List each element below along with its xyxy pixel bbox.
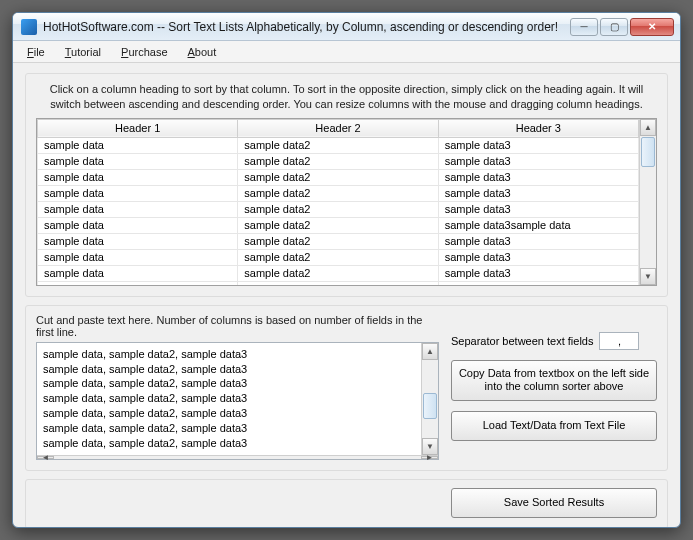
table-cell[interactable]: sample data [38, 137, 238, 153]
right-controls: Separator between text fields Copy Data … [451, 314, 657, 460]
separator-label: Separator between text fields [451, 335, 593, 347]
table-row[interactable]: sample datasample data2sample data3sampl… [38, 217, 639, 233]
menu-file[interactable]: File [17, 41, 55, 62]
maximize-button[interactable]: ▢ [600, 18, 628, 36]
paste-instructions: Cut and paste text here. Number of colum… [36, 314, 439, 338]
textbox-horizontal-scrollbar[interactable]: ◄ ► [37, 455, 438, 459]
table-row[interactable]: sample datasample data2sample data3 [38, 233, 639, 249]
window-title: HotHotSoftware.com -- Sort Text Lists Al… [43, 20, 570, 34]
scroll-thumb[interactable] [423, 393, 437, 419]
column-header-1[interactable]: Header 1 [38, 119, 238, 137]
table-row[interactable]: sample datasample data2sample data3 [38, 185, 639, 201]
column-header-3[interactable]: Header 3 [438, 119, 638, 137]
grid-vertical-scrollbar[interactable]: ▲ ▼ [639, 119, 656, 285]
table-cell[interactable]: sample data2 [238, 265, 438, 281]
table-row[interactable]: sample datasample data2sample data3 [38, 281, 639, 285]
table-cell[interactable]: sample data2 [238, 185, 438, 201]
table-cell[interactable]: sample data3 [438, 153, 638, 169]
table-cell[interactable]: sample data [38, 233, 238, 249]
table-cell[interactable]: sample data [38, 265, 238, 281]
load-from-file-button[interactable]: Load Text/Data from Text File [451, 411, 657, 441]
table-cell[interactable]: sample data3 [438, 233, 638, 249]
table-cell[interactable]: sample data2 [238, 217, 438, 233]
table-cell[interactable]: sample data3 [438, 249, 638, 265]
table-cell[interactable]: sample data2 [238, 249, 438, 265]
table-cell[interactable]: sample data [38, 249, 238, 265]
table-cell[interactable]: sample data3 [438, 265, 638, 281]
table-row[interactable]: sample datasample data2sample data3 [38, 265, 639, 281]
scroll-up-icon[interactable]: ▲ [422, 343, 438, 360]
scroll-thumb[interactable] [641, 137, 655, 167]
menu-file-rest: ile [34, 46, 45, 58]
table-cell[interactable]: sample data2 [238, 153, 438, 169]
minimize-button[interactable]: ─ [570, 18, 598, 36]
table-cell[interactable]: sample data3 [438, 281, 638, 285]
table-cell[interactable]: sample data3sample data [438, 217, 638, 233]
application-window: HotHotSoftware.com -- Sort Text Lists Al… [12, 12, 681, 528]
table-cell[interactable]: sample data2 [238, 233, 438, 249]
separator-input[interactable] [599, 332, 639, 350]
save-group: Save Sorted Results [25, 479, 668, 527]
scroll-up-icon[interactable]: ▲ [640, 119, 656, 136]
table-cell[interactable]: sample data3 [438, 169, 638, 185]
instructions-text: Click on a column heading to sort by tha… [36, 82, 657, 112]
client-area: Click on a column heading to sort by tha… [13, 63, 680, 527]
scroll-left-icon[interactable]: ◄ [37, 456, 54, 459]
scroll-down-icon[interactable]: ▼ [640, 268, 656, 285]
table-row[interactable]: sample datasample data2sample data3 [38, 169, 639, 185]
table-row[interactable]: sample datasample data2sample data3 [38, 201, 639, 217]
column-header-2[interactable]: Header 2 [238, 119, 438, 137]
table-cell[interactable]: sample data3 [438, 185, 638, 201]
table-cell[interactable]: sample data2 [238, 201, 438, 217]
table-cell[interactable]: sample data [38, 153, 238, 169]
menu-purchase[interactable]: Purchase [111, 41, 177, 62]
table-row[interactable]: sample datasample data2sample data3 [38, 249, 639, 265]
table-cell[interactable]: sample data [38, 169, 238, 185]
textbox-vertical-scrollbar[interactable]: ▲ ▼ [421, 343, 438, 455]
close-button[interactable]: ✕ [630, 18, 674, 36]
app-icon [21, 19, 37, 35]
table-cell[interactable]: sample data2 [238, 169, 438, 185]
input-group: Cut and paste text here. Number of colum… [25, 305, 668, 471]
data-grid[interactable]: Header 1 Header 2 Header 3 sample datasa… [36, 118, 657, 286]
table-cell[interactable]: sample data3 [438, 137, 638, 153]
table-row[interactable]: sample datasample data2sample data3 [38, 137, 639, 153]
table-cell[interactable]: sample data3 [438, 201, 638, 217]
copy-to-sorter-button[interactable]: Copy Data from textbox on the left side … [451, 360, 657, 402]
table-row[interactable]: sample datasample data2sample data3 [38, 153, 639, 169]
table-cell[interactable]: sample data2 [238, 137, 438, 153]
table-cell[interactable]: sample data [38, 217, 238, 233]
table-cell[interactable]: sample data2 [238, 281, 438, 285]
table-cell[interactable]: sample data [38, 201, 238, 217]
titlebar[interactable]: HotHotSoftware.com -- Sort Text Lists Al… [13, 13, 680, 41]
table-cell[interactable]: sample data [38, 185, 238, 201]
menu-tutorial[interactable]: Tutorial [55, 41, 111, 62]
menu-about[interactable]: About [178, 41, 227, 62]
scroll-right-icon[interactable]: ► [421, 456, 438, 459]
paste-textbox[interactable]: sample data, sample data2, sample data3 … [36, 342, 439, 460]
window-controls: ─ ▢ ✕ [570, 18, 674, 36]
table-cell[interactable]: sample data [38, 281, 238, 285]
paste-text-content[interactable]: sample data, sample data2, sample data3 … [37, 343, 421, 455]
sort-group: Click on a column heading to sort by tha… [25, 73, 668, 297]
data-table: Header 1 Header 2 Header 3 sample datasa… [37, 119, 639, 285]
save-results-button[interactable]: Save Sorted Results [451, 488, 657, 518]
menubar: File Tutorial Purchase About [13, 41, 680, 63]
